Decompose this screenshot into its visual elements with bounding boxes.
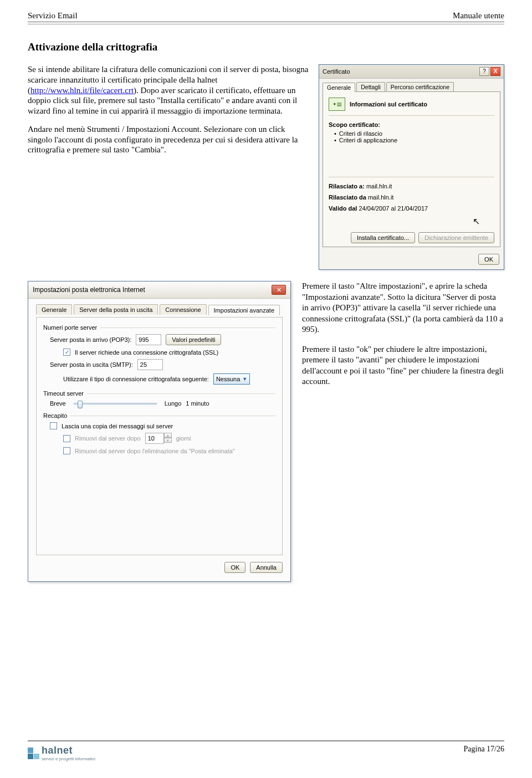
cert-download-link[interactable]: http://www.hln.it/file/cacert.crt [30, 86, 134, 95]
mail-close-button[interactable]: ✕ [272, 285, 286, 295]
footer-brand: halnet [42, 745, 95, 756]
spin-down-icon: ▾ [164, 438, 172, 443]
cert-validity: Valido dal 24/04/2007 al 21/04/2017 [329, 205, 494, 212]
remove-deleted-label: Rimuovi dal server dopo l'eliminazione d… [75, 448, 235, 454]
encryption-type-combo[interactable]: Nessuna ▼ [213, 373, 250, 385]
section-title: Attivazione della crittografia [28, 41, 504, 53]
cert-scope-label: Scopo certificato: [329, 121, 494, 128]
mail-ok-button[interactable]: OK [224, 562, 245, 573]
help-button[interactable]: ? [479, 67, 489, 76]
ssl-checkbox[interactable]: ✓ [63, 349, 70, 356]
smtp-label: Server posta in uscita (SMTP): [50, 361, 133, 368]
cert-title-text: Certificato [323, 68, 350, 75]
remove-after-label-a: Rimuovi dal server dopo [75, 435, 141, 442]
cert-issued-to: Rilasciato a: mail.hln.it [329, 183, 494, 190]
issuer-statement-button: Dichiarazione emittente [418, 232, 494, 243]
header-underline [28, 24, 504, 24]
ssl-label: Il server richiede una connessione critt… [75, 349, 218, 356]
mtab-connection[interactable]: Connessione [160, 304, 206, 315]
paragraph-1: Se si intende abilitare la cifratura del… [28, 64, 310, 116]
tab-percorso[interactable]: Percorso certificazione [386, 82, 454, 91]
pop3-label: Server posta in arrivo (POP3): [50, 336, 131, 343]
remove-deleted-checkbox [63, 447, 70, 454]
leave-copy-label: Lascia una copia dei messaggi sul server [62, 423, 173, 429]
mtab-generale[interactable]: Generale [36, 304, 72, 315]
cert-scope-bullets: Criteri di rilascio Criteri di applicazi… [334, 130, 494, 144]
page-header: Servizio Email Manuale utente [28, 11, 504, 22]
page-footer: halnet servizi e progetti informatici Pa… [28, 740, 504, 761]
tab-dettagli[interactable]: Dettagli [356, 82, 385, 91]
ports-section-label: Numeri porte server [43, 324, 275, 331]
remove-after-label-b: giorni [176, 435, 191, 442]
mail-settings-dialog: Impostazioni posta elettronica Internet … [28, 281, 291, 582]
certificate-icon: ✦▤ [329, 98, 345, 111]
timeout-slider[interactable] [74, 403, 157, 405]
spin-up-icon: ▴ [164, 433, 172, 438]
cert-ok-button[interactable]: OK [478, 254, 499, 265]
cert-titlebar: Certificato ? X [319, 65, 504, 79]
timeout-short-label: Breve [50, 400, 66, 407]
cert-issued-by: Rilasciato da mail.hln.it [329, 194, 494, 201]
timeout-long-label: Lungo [165, 400, 182, 407]
certificate-dialog: Certificato ? X Generale Dettagli Percor… [319, 64, 504, 270]
timeout-value: 1 minuto [186, 400, 209, 407]
defaults-button[interactable]: Valori predefiniti [166, 334, 221, 345]
mtab-outgoing[interactable]: Server della posta in uscita [74, 304, 158, 315]
tab-generale[interactable]: Generale [323, 83, 355, 92]
mail-cancel-button[interactable]: Annulla [250, 562, 283, 573]
days-spinner: ▴▾ [145, 433, 172, 444]
right-instructions: Premere il tasto "Altre impostazioni", e… [302, 281, 504, 396]
chevron-down-icon: ▼ [242, 376, 247, 382]
mail-tabs: Generale Server della posta in uscita Co… [36, 304, 283, 315]
cursor-icon: ↖ [473, 216, 494, 227]
remove-after-checkbox [63, 435, 70, 442]
footer-logo: halnet servizi e progetti informatici [28, 745, 95, 761]
paragraph-4: Premere il tasto "ok" per chiudere le al… [302, 344, 504, 387]
logo-icon [28, 748, 39, 759]
page-number: Pagina 17/26 [464, 745, 505, 754]
delivery-section-label: Recapito [43, 412, 275, 419]
close-button[interactable]: X [490, 67, 500, 76]
install-certificate-button[interactable]: Installa certificato... [351, 232, 415, 243]
paragraph-3: Premere il tasto "Altre impostazioni", e… [302, 281, 504, 335]
header-right: Manuale utente [453, 11, 504, 21]
leave-copy-checkbox[interactable] [50, 422, 57, 429]
header-left: Servizio Email [28, 11, 78, 21]
cert-tabs: Generale Dettagli Percorso certificazion… [319, 79, 504, 91]
mail-title-text: Impostazioni posta elettronica Internet [33, 286, 145, 294]
footer-tagline: servizi e progetti informatici [42, 756, 95, 761]
cert-info-heading: Informazioni sul certificato [350, 101, 427, 108]
pop3-port-input[interactable] [136, 334, 161, 345]
mail-titlebar: Impostazioni posta elettronica Internet … [28, 281, 290, 299]
paragraph-2: Andare nel menù Strumenti / Impostazioni… [28, 124, 310, 155]
timeout-section-label: Timeout server [43, 390, 275, 397]
mtab-advanced[interactable]: Impostazioni avanzate [208, 305, 280, 315]
enc-type-label: Utilizzare il tipo di connessione critto… [63, 376, 209, 382]
intro-text-column: Se si intende abilitare la cifratura del… [28, 64, 310, 270]
smtp-port-input[interactable] [137, 359, 163, 370]
